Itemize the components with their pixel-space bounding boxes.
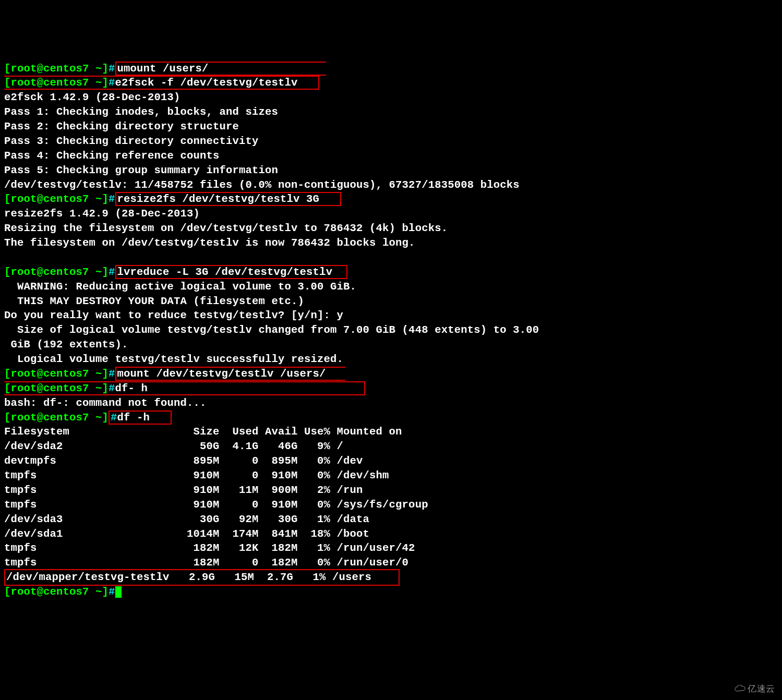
df-row: /dev/sda3 30G 92M 30G 1% /data (4, 513, 369, 525)
prompt-user: [root@centos7 ~] (4, 368, 109, 380)
df-row: tmpfs 910M 11M 900M 2% /run (4, 484, 363, 496)
out-pass4: Pass 4: Checking reference counts (4, 150, 220, 162)
out-e2fsck-ver: e2fsck 1.42.9 (28-Dec-2013) (4, 91, 181, 103)
df-row: tmpfs 910M 0 910M 0% /sys/fs/cgroup (4, 499, 428, 511)
df-row: devtmpfs 895M 0 895M 0% /dev (4, 455, 363, 467)
df-row: /dev/sda1 1014M 174M 841M 18% /boot (4, 528, 369, 540)
out-e2fsck-res: /dev/testvg/testlv: 11/458752 files (0.0… (4, 179, 520, 191)
prompt-user: [root@centos7 ~] (4, 63, 109, 75)
prompt-user: [root@centos7 ~] (4, 77, 109, 89)
out-lv-warn2: THIS MAY DESTROY YOUR DATA (filesystem e… (4, 295, 304, 307)
df-last-box: /dev/mapper/testvg-testlv 2.9G 15M 2.7G … (4, 569, 400, 586)
out-pass5: Pass 5: Checking group summary informati… (4, 164, 278, 176)
cmd-df-box: #df -h (109, 411, 172, 425)
prompt-hash: # (109, 586, 115, 598)
cmd-resize2fs-box: resize2fs /dev/testvg/testlv 3G (115, 192, 341, 206)
df-row: tmpfs 182M 0 182M 0% /run/user/0 (4, 557, 408, 569)
df-header: Filesystem Size Used Avail Use% Mounted … (4, 426, 402, 438)
prompt-hash: # (111, 412, 117, 424)
out-pass3: Pass 3: Checking directory connectivity (4, 135, 259, 147)
cmd-mount: mount /dev/testvg/testlv /users/ (117, 368, 326, 380)
watermark: 亿速云 (734, 683, 775, 695)
out-pass1: Pass 1: Checking inodes, blocks, and siz… (4, 106, 278, 118)
cursor-icon (115, 586, 122, 598)
prompt-hash: # (109, 382, 115, 394)
cloud-icon (734, 685, 745, 692)
terminal-output[interactable]: [root@centos7 ~]#umount /users/ [root@ce… (4, 62, 778, 599)
prompt-hash: # (109, 63, 115, 75)
df-row: tmpfs 910M 0 910M 0% /dev/shm (4, 469, 389, 481)
out-resize-l1: Resizing the filesystem on /dev/testvg/t… (4, 222, 448, 234)
out-lv-prompt: Do you really want to reduce testvg/test… (4, 309, 343, 321)
cmd-resize2fs: resize2fs /dev/testvg/testlv 3G (117, 193, 320, 205)
out-lv-done: Logical volume testvg/testlv successfull… (4, 353, 343, 365)
out-resize-ver: resize2fs 1.42.9 (28-Dec-2013) (4, 208, 200, 220)
prompt-hash: # (109, 266, 115, 278)
out-pass2: Pass 2: Checking directory structure (4, 120, 239, 132)
out-lv-size2: GiB (192 extents). (4, 339, 128, 351)
df-last: /dev/mapper/testvg-testlv 2.9G 15M 2.7G … (6, 571, 371, 583)
cmd-lvreduce-box: lvreduce -L 3G /dev/testvg/testlv (115, 265, 348, 279)
prompt-user: [root@centos7 ~] (4, 193, 109, 205)
cmd-e2fsck: e2fsck -f /dev/testvg/testlv (115, 77, 298, 89)
prompt-hash: # (109, 368, 115, 380)
prompt-user: [root@centos7 ~] (4, 586, 109, 598)
out-lv-size1: Size of logical volume testvg/testlv cha… (4, 324, 539, 336)
prompt-user: [root@centos7 ~] (4, 266, 109, 278)
prompt-hash: # (109, 193, 115, 205)
cmd-df-bad: df- h (115, 382, 148, 394)
cmd-umount: umount /users/ (117, 63, 209, 75)
prompt-user: [root@centos7 ~] (4, 382, 109, 394)
out-resize-l2: The filesystem on /dev/testvg/testlv is … (4, 237, 415, 249)
cmd-lvreduce: lvreduce -L 3G /dev/testvg/testlv (117, 266, 333, 278)
prompt-user: [root@centos7 ~] (4, 412, 109, 424)
out-lv-warn1: WARNING: Reducing active logical volume … (4, 281, 356, 293)
df-row: /dev/sda2 50G 4.1G 46G 9% / (4, 440, 343, 452)
watermark-text: 亿速云 (748, 683, 775, 695)
out-bash-err: bash: df-: command not found... (4, 397, 207, 409)
cmd-df: df -h (117, 412, 150, 424)
prompt-hash: # (109, 77, 115, 89)
df-row: tmpfs 182M 12K 182M 1% /run/user/42 (4, 542, 415, 554)
